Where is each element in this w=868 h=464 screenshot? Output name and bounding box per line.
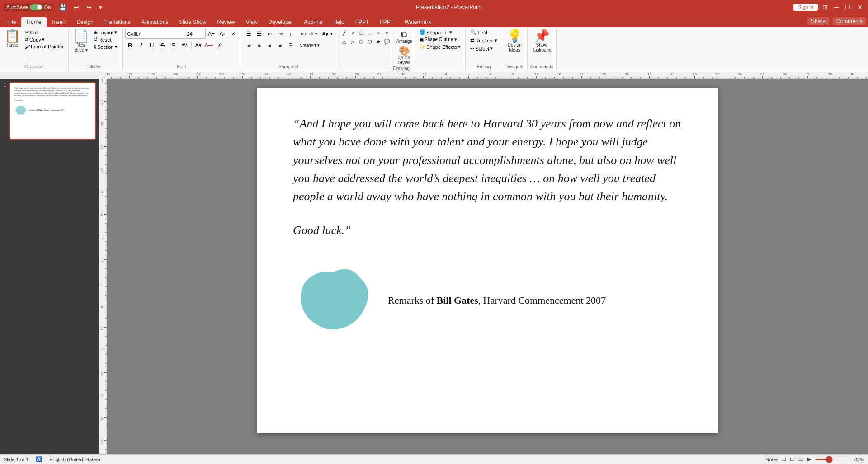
columns-button[interactable]: ⊟ bbox=[286, 40, 296, 50]
tab-file[interactable]: File bbox=[2, 17, 21, 27]
find-button[interactable]: 🔍 Find bbox=[468, 29, 489, 36]
shape-fill-button[interactable]: 🪣 Shape Fill ▾ bbox=[417, 29, 462, 36]
font-color-button[interactable]: A bbox=[204, 40, 214, 50]
select-button[interactable]: ⊹ Select ▾ bbox=[468, 45, 495, 52]
shape-callout[interactable]: 💬 bbox=[383, 37, 391, 46]
tab-design[interactable]: Design bbox=[71, 17, 99, 27]
align-text-button[interactable]: Align ▾ bbox=[319, 29, 335, 39]
shape-arrow[interactable]: ↗ bbox=[349, 29, 357, 37]
shape-tri[interactable]: △ bbox=[340, 37, 348, 46]
quick-styles-button[interactable]: 🎨 QuickStyles bbox=[395, 45, 413, 66]
autosave-area[interactable]: AutoSave On bbox=[4, 3, 53, 11]
layout-button[interactable]: ⊞ Layout ▾ bbox=[92, 29, 119, 36]
normal-view-icon[interactable]: ⊟ bbox=[782, 456, 786, 462]
redo-icon[interactable]: ↪ bbox=[85, 3, 94, 12]
tab-view[interactable]: View bbox=[241, 17, 263, 27]
align-right-button[interactable]: ≡ bbox=[265, 40, 275, 50]
tab-insert[interactable]: Insert bbox=[47, 17, 71, 27]
select-dropdown-icon[interactable]: ▾ bbox=[490, 46, 493, 52]
tab-slideshow[interactable]: Slide Show bbox=[174, 17, 212, 27]
shape-rect[interactable]: □ bbox=[357, 29, 365, 37]
notes-button[interactable]: Notes bbox=[765, 457, 778, 462]
bold-button[interactable]: B bbox=[125, 40, 135, 50]
shape-star[interactable]: ★ bbox=[374, 37, 382, 46]
slide-quote[interactable]: “And I hope you will come back here to H… bbox=[293, 115, 682, 206]
numbering-button[interactable]: ☷ bbox=[255, 29, 264, 39]
change-case-button[interactable]: Aa bbox=[193, 40, 203, 50]
canvas-area[interactable]: “And I hope you will come back here to H… bbox=[107, 79, 868, 454]
effects-dropdown-icon[interactable]: ▾ bbox=[458, 44, 461, 50]
justify-button[interactable]: ≡ bbox=[275, 40, 285, 50]
section-button[interactable]: § Section ▾ bbox=[92, 43, 119, 50]
increase-font-button[interactable]: A+ bbox=[207, 29, 217, 39]
reading-view-icon[interactable]: 📖 bbox=[797, 456, 804, 462]
shape-hex[interactable]: ⬡ bbox=[366, 37, 374, 46]
minimize-icon[interactable]: ─ bbox=[832, 3, 840, 12]
format-painter-button[interactable]: 🖌 Format Painter bbox=[23, 43, 66, 50]
replace-dropdown-icon[interactable]: ▾ bbox=[495, 37, 497, 43]
text-direction-button[interactable]: Text Dir ▾ bbox=[299, 29, 319, 39]
slide-sorter-icon[interactable]: ⊞ bbox=[790, 456, 794, 462]
slide-goodluck[interactable]: Good luck.” bbox=[293, 224, 682, 237]
fill-dropdown-icon[interactable]: ▾ bbox=[449, 29, 452, 35]
align-center-button[interactable]: ≡ bbox=[255, 40, 264, 50]
decrease-font-button[interactable]: A- bbox=[217, 29, 227, 39]
shape-rtri[interactable]: ▷ bbox=[349, 37, 357, 46]
replace-button[interactable]: ⇄ Replace ▾ bbox=[468, 37, 499, 44]
clear-format-button[interactable]: ✕ bbox=[228, 29, 238, 39]
ribbon-display-icon[interactable]: ⊡ bbox=[821, 3, 830, 12]
tab-animations[interactable]: Animations bbox=[136, 17, 174, 27]
section-dropdown-icon[interactable]: ▾ bbox=[115, 44, 118, 50]
cut-button[interactable]: ✂ Cut bbox=[23, 29, 66, 36]
reset-button[interactable]: ↺ Reset bbox=[92, 36, 119, 43]
design-ideas-button[interactable]: 💡 DesignIdeas bbox=[505, 29, 524, 53]
copy-button[interactable]: ⧉ Copy ▾ bbox=[23, 36, 66, 43]
signin-button[interactable]: Sign in bbox=[793, 4, 818, 11]
decrease-indent-button[interactable]: ⇤ bbox=[265, 29, 275, 39]
slideshow-icon[interactable]: ▶ bbox=[807, 456, 811, 462]
strikethrough-button[interactable]: S bbox=[158, 40, 168, 50]
bullets-button[interactable]: ☰ bbox=[244, 29, 254, 39]
paste-button[interactable]: 📋 Paste bbox=[3, 29, 22, 48]
tab-home[interactable]: Home bbox=[21, 17, 47, 27]
share-button[interactable]: Share bbox=[807, 17, 829, 25]
autosave-toggle[interactable] bbox=[30, 4, 42, 10]
tab-watermark[interactable]: Watermark bbox=[399, 17, 436, 27]
copy-dropdown-icon[interactable]: ▾ bbox=[42, 37, 45, 42]
restore-icon[interactable]: ❐ bbox=[843, 3, 853, 12]
convert-smartart-button[interactable]: SmartArt ▾ bbox=[299, 40, 321, 50]
tab-fppt1[interactable]: FPPT bbox=[350, 17, 375, 27]
close-icon[interactable]: ✕ bbox=[855, 3, 864, 12]
shape-rect2[interactable]: ▭ bbox=[366, 29, 374, 37]
new-slide-button[interactable]: 📄 NewSlide ▾ bbox=[71, 29, 91, 53]
shape-line[interactable]: ╱ bbox=[340, 29, 348, 37]
tab-help[interactable]: Help bbox=[328, 17, 350, 27]
font-name-input[interactable] bbox=[125, 29, 184, 39]
undo-icon[interactable]: ↩ bbox=[72, 3, 81, 12]
show-taskpane-button[interactable]: 📌 ShowTaskpane bbox=[530, 29, 553, 53]
comments-button[interactable]: Comments bbox=[833, 17, 866, 25]
save-icon[interactable]: 💾 bbox=[57, 3, 68, 12]
layout-dropdown-icon[interactable]: ▾ bbox=[114, 29, 117, 35]
slide-canvas[interactable]: “And I hope you will come back here to H… bbox=[257, 88, 718, 433]
tab-addins[interactable]: Add-ins bbox=[298, 17, 328, 27]
highlight-button[interactable]: 🖊 bbox=[215, 40, 225, 50]
char-spacing-button[interactable]: AV bbox=[179, 40, 189, 50]
shape-oval[interactable]: ○ bbox=[374, 29, 382, 37]
more-icon[interactable]: ▾ bbox=[97, 3, 104, 12]
shape-effects-button[interactable]: ✨ Shape Effects ▾ bbox=[417, 43, 462, 50]
outline-dropdown-icon[interactable]: ▾ bbox=[454, 37, 457, 42]
shape-outline-button[interactable]: ▣ Shape Outline ▾ bbox=[417, 36, 462, 43]
shadow-button[interactable]: S bbox=[169, 40, 179, 50]
tab-transitions[interactable]: Transitions bbox=[99, 17, 136, 27]
align-left-button[interactable]: ≡ bbox=[244, 40, 254, 50]
tab-review[interactable]: Review bbox=[212, 17, 240, 27]
arrange-button[interactable]: ⧉ Arrange bbox=[395, 29, 413, 45]
shape-pent[interactable]: ⬠ bbox=[357, 37, 365, 46]
shape-more[interactable]: ▾ bbox=[383, 29, 391, 37]
line-spacing-button[interactable]: ↕ bbox=[286, 29, 296, 39]
tab-fppt2[interactable]: FPPT bbox=[374, 17, 399, 27]
underline-button[interactable]: U bbox=[147, 40, 157, 50]
italic-button[interactable]: I bbox=[136, 40, 146, 50]
font-size-input[interactable] bbox=[185, 29, 206, 39]
